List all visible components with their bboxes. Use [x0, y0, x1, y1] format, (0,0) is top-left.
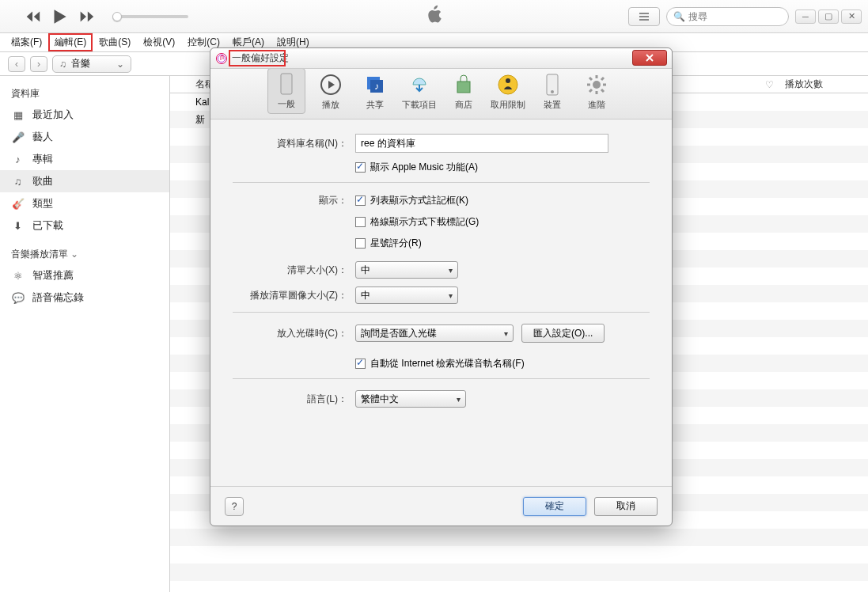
next-button[interactable] [78, 8, 95, 25]
tab-6[interactable]: 裝置 [533, 70, 571, 114]
download-icon: ⬇ [11, 220, 25, 232]
list-checkboxes-checkbox[interactable]: 列表顯示方式註記框(K) [355, 194, 468, 207]
checkbox-icon [355, 162, 366, 173]
back-button[interactable]: ‹ [8, 56, 25, 72]
menu-0[interactable]: 檔案(F) [5, 33, 48, 51]
svg-rect-2 [281, 74, 292, 94]
library-name-input[interactable] [355, 134, 608, 153]
sidebar: 資料庫 ▦最近加入🎤藝人♪專輯♫歌曲🎸類型⬇已下載 音樂播放清單 ⌄ ⚛智選推薦… [0, 76, 170, 592]
dialog-form: 資料庫名稱(N)： 顯示 Apple Music 功能(A) 顯示： 列表顯示方… [210, 120, 672, 486]
cd-insert-select[interactable]: 詢問是否匯入光碟 ▾ [355, 324, 514, 342]
list-size-label: 清單大小(X)： [233, 264, 355, 277]
sidebar-heading-library: 資料庫 [0, 84, 169, 104]
grid-download-checkbox[interactable]: 格線顯示方式下載標記(G) [355, 215, 479, 229]
svg-rect-7 [457, 82, 470, 93]
preferences-dialog: 一般偏好設定 一般播放♪共享下載項目商店取用限制裝置進階 資料庫名稱(N)： 顯… [210, 47, 673, 526]
tab-0[interactable]: 一般 [267, 68, 305, 114]
tab-1[interactable]: 播放 [312, 70, 350, 114]
minimize-button[interactable]: ─ [795, 9, 816, 24]
itunes-icon [215, 52, 228, 65]
playlist-image-size-label: 播放清單圖像大小(Z)： [233, 289, 355, 302]
tab-icon [586, 73, 608, 97]
dialog-title: 一般偏好設定 [232, 51, 289, 65]
memo-icon: 💬 [11, 292, 25, 304]
tab-2[interactable]: ♪共享 [356, 70, 394, 114]
sidebar-item-memo[interactable]: 💬語音備忘錄 [0, 287, 169, 309]
checkbox-icon [355, 238, 366, 249]
search-field[interactable] [688, 11, 782, 22]
caret-icon: ▾ [504, 329, 508, 338]
svg-text:♪: ♪ [374, 81, 379, 92]
forward-button[interactable]: › [30, 56, 47, 72]
tab-icon [408, 73, 430, 97]
language-select[interactable]: 繁體中文 ▾ [355, 390, 466, 408]
sidebar-item-song[interactable]: ♫歌曲 [0, 170, 169, 192]
dialog-tabs: 一般播放♪共享下載項目商店取用限制裝置進階 [210, 69, 672, 120]
column-love[interactable]: ♡ [753, 79, 785, 90]
tab-5[interactable]: 取用限制 [489, 70, 527, 114]
play-button[interactable] [49, 6, 70, 27]
maximize-button[interactable]: ▢ [818, 9, 839, 24]
close-button[interactable]: ✕ [841, 9, 862, 24]
tab-4[interactable]: 商店 [445, 70, 483, 114]
tab-icon [497, 73, 519, 97]
search-input[interactable]: 🔍 [666, 7, 789, 26]
checkbox-icon [355, 217, 366, 227]
tab-7[interactable]: 進階 [578, 70, 616, 114]
playlist-image-size-select[interactable]: 中 ▾ [355, 287, 458, 304]
svg-point-9 [506, 78, 510, 83]
auto-cddb-checkbox[interactable]: 自動從 Internet 檢索光碟音軌名稱(F) [355, 357, 525, 370]
chevron-icon: ⌄ [116, 59, 124, 70]
ok-button[interactable]: 確定 [523, 497, 586, 516]
cancel-button[interactable]: 取消 [594, 497, 658, 516]
sidebar-heading-playlist: 音樂播放清單 ⌄ [0, 245, 169, 264]
song-icon: ♫ [11, 176, 25, 188]
divider [233, 312, 650, 313]
volume-slider[interactable] [117, 15, 188, 18]
library-selector-label: 音樂 [71, 57, 90, 70]
sidebar-item-download[interactable]: ⬇已下載 [0, 214, 169, 237]
menu-1[interactable]: 編輯(E) [48, 33, 93, 51]
svg-point-8 [498, 75, 517, 94]
list-size-select[interactable]: 中 ▾ [355, 261, 458, 279]
help-button[interactable]: ? [225, 497, 244, 516]
album-icon: ♪ [11, 154, 25, 165]
tab-icon [544, 73, 560, 97]
dialog-titlebar[interactable]: 一般偏好設定 [210, 48, 672, 69]
column-plays[interactable]: 播放次數 [785, 78, 868, 91]
sidebar-item-genius[interactable]: ⚛智選推薦 [0, 264, 169, 287]
library-selector[interactable]: ♫ 音樂 ⌄ [52, 55, 131, 73]
tab-icon [276, 72, 297, 96]
previous-button[interactable] [24, 8, 41, 25]
sidebar-item-artist[interactable]: 🎤藝人 [0, 126, 169, 148]
recent-icon: ▦ [11, 109, 25, 121]
music-icon: ♫ [59, 59, 66, 70]
sidebar-item-genre[interactable]: 🎸類型 [0, 192, 169, 214]
caret-icon: ▾ [457, 395, 461, 404]
sidebar-item-recent[interactable]: ▦最近加入 [0, 104, 169, 126]
menu-3[interactable]: 檢視(V) [137, 33, 181, 51]
tab-3[interactable]: 下載項目 [400, 70, 438, 114]
list-view-button[interactable] [628, 7, 660, 26]
star-rating-checkbox[interactable]: 星號評分(R) [355, 237, 422, 250]
top-toolbar: 🔍 ─ ▢ ✕ [0, 0, 868, 33]
svg-point-11 [551, 90, 554, 93]
search-icon: 🔍 [673, 11, 685, 22]
window-controls: ─ ▢ ✕ [795, 9, 862, 24]
menu-2[interactable]: 歌曲(S) [93, 33, 137, 51]
caret-icon: ▾ [449, 266, 453, 275]
sidebar-item-album[interactable]: ♪專輯 [0, 148, 169, 170]
show-apple-music-checkbox[interactable]: 顯示 Apple Music 功能(A) [355, 161, 478, 174]
genius-icon: ⚛ [11, 270, 25, 282]
svg-point-12 [593, 81, 601, 89]
artist-icon: 🎤 [11, 131, 25, 143]
toolbar-right: 🔍 ─ ▢ ✕ [628, 7, 862, 26]
cd-insert-label: 放入光碟時(C)： [233, 327, 355, 340]
dialog-close-button[interactable] [632, 50, 667, 66]
checkbox-icon [355, 359, 366, 369]
genre-icon: 🎸 [11, 198, 25, 210]
divider [233, 378, 650, 379]
tab-icon [320, 73, 342, 97]
import-settings-button[interactable]: 匯入設定(O)... [521, 324, 605, 343]
checkbox-icon [355, 195, 366, 206]
